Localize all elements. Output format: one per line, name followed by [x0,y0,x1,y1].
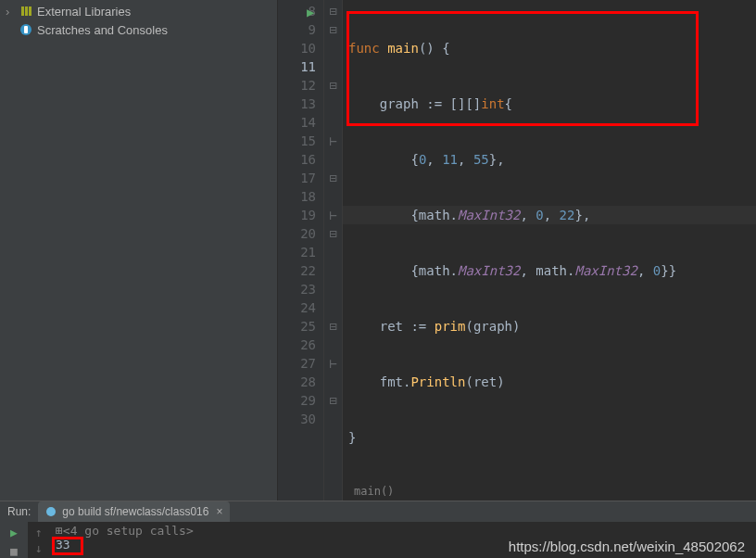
scratches-icon [19,23,33,36]
sidebar-item-scratches[interactable]: Scratches and Consoles [0,20,277,39]
run-controls: ▶ ■ [0,522,28,558]
svg-rect-4 [24,26,28,33]
line-gutter: 8 9 10 11 12 13 14 15 16 17 18 19 20 21 … [278,0,324,501]
stop-button[interactable]: ■ [10,544,18,558]
svg-point-5 [46,507,56,516]
watermark: https://blog.csdn.net/weixin_48502062 [509,539,745,554]
run-label: Run: [7,505,31,518]
sidebar-item-label: External Libraries [37,5,131,19]
go-icon [45,506,57,517]
run-header: Run: go build sf/newclass/class016 × [0,501,756,522]
svg-rect-0 [21,6,24,16]
run-tab-label: go build sf/newclass/class016 [62,505,208,518]
sidebar-item-external-libraries[interactable]: › External Libraries [0,2,277,20]
setup-line: <4 go setup calls> [63,524,194,538]
code-body[interactable]: func main() { graph := [][]int{ {0, 11, … [343,2,756,501]
breadcrumb[interactable]: main() [343,482,756,501]
sidebar-item-label: Scratches and Consoles [37,23,168,37]
run-gutter-icon[interactable]: ▶ [307,3,314,21]
library-icon [19,5,33,18]
up-arrow-icon[interactable]: ↑ [35,526,43,539]
chevron-right-icon: › [6,5,19,19]
highlight-box-2 [52,537,83,555]
run-nav: ↑ ↓ [28,522,50,558]
down-arrow-icon[interactable]: ↓ [35,541,43,555]
run-tab[interactable]: go build sf/newclass/class016 × [38,501,230,522]
project-sidebar[interactable]: › External Libraries Scratches and Conso… [0,0,278,501]
fold-gutter: ⊟ ⊟ ⊟ ⊢ ⊟ ⊢ ⊟ ⊟ ⊢ ⊟ [324,0,343,501]
rerun-button[interactable]: ▶ [10,526,18,540]
code-editor[interactable]: 8 9 10 11 12 13 14 15 16 17 18 19 20 21 … [278,0,756,501]
close-icon[interactable]: × [216,505,222,518]
svg-rect-2 [29,6,32,16]
svg-rect-1 [25,6,28,16]
